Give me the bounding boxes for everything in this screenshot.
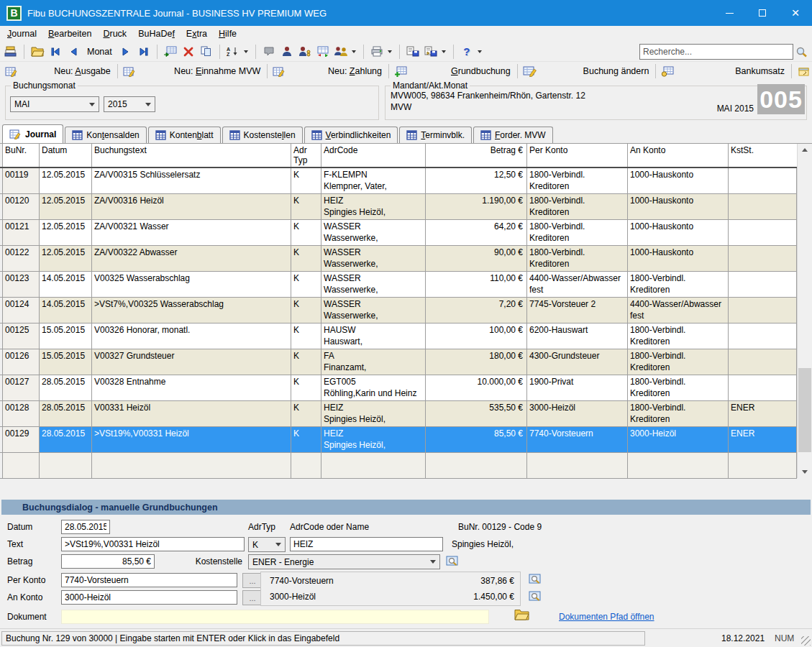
tab-forder-mvw[interactable]: Forder. MVW	[473, 127, 553, 143]
per-konto-view-icon[interactable]	[529, 572, 542, 585]
menu-buhadef[interactable]: BuHaDef	[132, 27, 181, 40]
tab-journal[interactable]: Journal	[2, 124, 63, 143]
neu-zahlung-button[interactable]: Neu: Zahlung	[268, 62, 388, 81]
export-save-alt-icon[interactable]	[423, 43, 439, 60]
row-per-konto: 1800-Verbindl.Kreditoren	[527, 246, 628, 272]
scroll-up-button[interactable]	[798, 144, 812, 156]
help-dropdown-arrow-icon[interactable]	[478, 50, 482, 53]
print-dropdown-arrow-icon[interactable]	[388, 50, 392, 53]
adrtyp-select[interactable]: K	[248, 537, 286, 552]
tab-kostenstellen[interactable]: Kostenstellen	[222, 127, 303, 143]
next-record-icon[interactable]	[118, 43, 134, 60]
vertical-scrollbar[interactable]	[797, 144, 812, 478]
mandant-number-badge: 005	[757, 84, 805, 114]
print-icon[interactable]	[369, 43, 385, 60]
an-konto-input[interactable]	[61, 590, 237, 605]
maximize-button[interactable]	[746, 0, 779, 26]
contact-icon[interactable]	[279, 43, 295, 60]
menu-journal[interactable]: Journal	[1, 27, 42, 40]
contact-coins-icon[interactable]	[297, 43, 313, 60]
table-row[interactable]: 00124 14.05.2015 >VSt7%,V00325 Wasserabs…	[0, 298, 797, 324]
column-header-betrag[interactable]: Betrag €	[426, 144, 527, 167]
row-an-konto: 4400-Wasser/Abwasserfest	[628, 298, 729, 324]
menu-hilfe[interactable]: Hilfe	[213, 27, 242, 40]
journal-print-icon[interactable]	[3, 43, 19, 60]
column-header-adrcode[interactable]: AdrCode	[321, 144, 426, 167]
group-dropdown-arrow-icon[interactable]	[352, 50, 356, 53]
table-row[interactable]: 00126 15.05.2015 V00327 Grundsteuer K FA…	[0, 349, 797, 375]
neu-ausgabe-button[interactable]: Neu: Ausgabe	[0, 62, 117, 81]
column-header-bunr[interactable]: BuNr.	[3, 144, 40, 167]
copy-icon[interactable]	[199, 43, 214, 60]
table-row[interactable]: 00128 28.05.2015 V00331 Heizöl K HEIZSpi…	[0, 401, 797, 427]
neu-einnahme-button[interactable]: Neu: Einnahme MVW	[118, 62, 268, 81]
column-header-per-konto[interactable]: Per Konto	[527, 144, 628, 167]
minimize-button[interactable]	[713, 0, 746, 26]
dokument-folder-icon[interactable]	[514, 608, 529, 620]
window-open-icon[interactable]	[796, 63, 812, 80]
search-input[interactable]	[639, 44, 793, 60]
per-konto-input[interactable]	[61, 573, 237, 587]
note-icon[interactable]	[261, 43, 277, 60]
datum-input[interactable]	[61, 520, 110, 534]
column-header-buchungstext[interactable]: Buchungstext	[92, 144, 291, 167]
insert-record-icon[interactable]	[163, 43, 178, 60]
delete-record-icon[interactable]	[181, 43, 196, 60]
grundbuchung-button[interactable]: Grundbuchung	[389, 62, 517, 81]
tab-verbindlichkeiten[interactable]: Verbindlichkeiten	[304, 127, 398, 143]
tab-terminvblk[interactable]: Terminvblk.	[399, 127, 472, 143]
column-header-datum[interactable]: Datum	[40, 144, 92, 167]
table-row[interactable]: 00120 12.05.2015 ZA/V00316 Heizöl K HEIZ…	[0, 194, 797, 220]
last-record-icon[interactable]	[136, 43, 152, 60]
first-record-icon[interactable]	[47, 43, 63, 60]
column-header-adrtyp[interactable]: Adr Typ	[291, 144, 321, 167]
mandant-group: Mandant/Akt.Monat MVW005, 98634 Frankenh…	[385, 86, 807, 120]
export-dropdown-arrow-icon[interactable]	[442, 50, 446, 53]
menu-extra[interactable]: Extra	[181, 27, 213, 40]
menu-bearbeiten[interactable]: Bearbeiten	[42, 27, 97, 40]
export-save-icon[interactable]	[405, 43, 421, 60]
kostenstelle-select[interactable]: ENER - Energie	[248, 554, 440, 569]
table-row[interactable]: 00119 12.05.2015 ZA/V00315 Schlüsselersa…	[0, 168, 797, 194]
table-transfer-icon[interactable]	[315, 43, 331, 60]
month-select[interactable]: MAI	[10, 96, 99, 112]
tab-kontensalden[interactable]: Kontensalden	[65, 127, 146, 143]
tab-kontenblatt[interactable]: Kontenblatt	[148, 127, 221, 143]
table-row[interactable]: 00122 12.05.2015 ZA/V00322 Abwasser K WA…	[0, 246, 797, 272]
menu-druck[interactable]: Druck	[97, 27, 132, 40]
table-row[interactable]: 00123 14.05.2015 V00325 Wasserabschlag K…	[0, 272, 797, 298]
row-datum: 28.05.2015	[40, 401, 92, 427]
table-row[interactable]: 00125 15.05.2015 V00326 Honorar, monatl.…	[0, 324, 797, 349]
scroll-down-button[interactable]	[798, 466, 812, 478]
year-select[interactable]: 2015	[104, 96, 155, 112]
betrag-input[interactable]	[61, 554, 155, 569]
row-kstst	[729, 298, 797, 324]
kostenstelle-search-icon[interactable]	[446, 554, 460, 567]
group-icon[interactable]	[333, 43, 349, 60]
table-row[interactable]: 00129 28.05.2015 >VSt19%,V00331 Heizöl K…	[0, 427, 797, 453]
table-row[interactable]: 00121 12.05.2015 ZA/V00321 Wasser K WASS…	[0, 220, 797, 246]
adrcode-input[interactable]	[290, 537, 443, 551]
row-adrtyp: K	[291, 168, 321, 194]
close-button[interactable]: ×	[779, 0, 812, 26]
scrollbar-thumb[interactable]	[798, 368, 811, 452]
bankumsatz-button[interactable]: Bankumsatz	[656, 62, 791, 81]
column-header-kstst[interactable]: KstSt.	[729, 144, 797, 167]
buchung-aendern-button[interactable]: Buchung ändern	[518, 62, 656, 81]
sort-az-icon[interactable]: AZ	[225, 43, 241, 60]
per-konto-browse-button[interactable]: ...	[242, 573, 263, 588]
dokument-input[interactable]	[61, 610, 489, 624]
resize-grip[interactable]	[801, 636, 811, 646]
text-input[interactable]	[61, 537, 245, 551]
search-icon[interactable]	[793, 43, 809, 60]
previous-record-icon[interactable]	[65, 43, 81, 60]
an-konto-view-icon[interactable]	[529, 589, 542, 602]
sort-dropdown-arrow-icon[interactable]	[244, 50, 248, 53]
table-row[interactable]: 00127 28.05.2015 V00328 Entnahme K EGT00…	[0, 375, 797, 401]
help-icon[interactable]: ?	[459, 43, 475, 60]
open-folder-icon[interactable]	[29, 43, 45, 60]
column-header-an-konto[interactable]: An Konto	[628, 144, 729, 167]
an-konto-browse-button[interactable]: ...	[242, 590, 263, 605]
dokumenten-pfad-link[interactable]: Dokumenten Pfad öffnen	[559, 612, 654, 622]
toolbar-separator	[453, 45, 454, 59]
